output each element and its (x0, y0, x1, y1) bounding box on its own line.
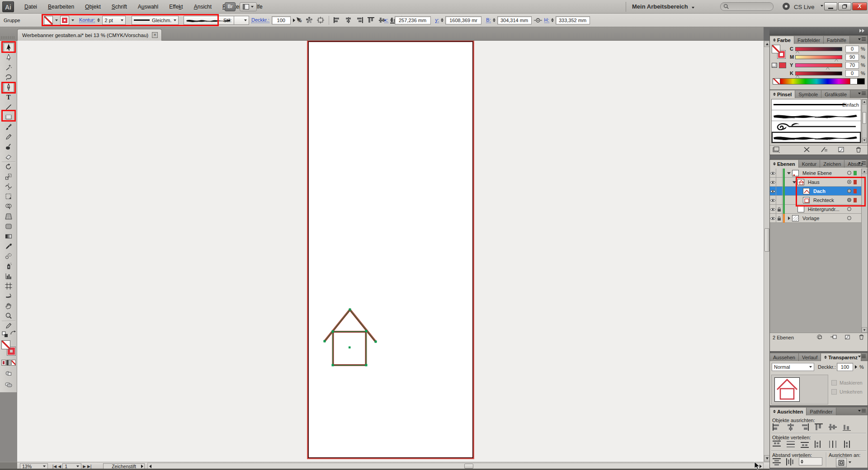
distribute-middle-v-button[interactable] (786, 440, 796, 448)
tab-grafikstile[interactable]: Grafikstile (821, 90, 850, 98)
fill-swatch[interactable] (1, 340, 10, 349)
stroke-options-icon[interactable] (821, 146, 828, 154)
channel-value-field[interactable]: 90 (845, 54, 859, 61)
menu-ansicht[interactable]: Ansicht (189, 2, 216, 12)
align-center-h-button[interactable] (344, 16, 353, 24)
blend-mode-select[interactable]: Normal (772, 363, 814, 371)
distribute-top-button[interactable] (772, 440, 782, 448)
tab-transparenz[interactable]: Transparenz (821, 353, 861, 361)
selection-tool[interactable] (3, 42, 14, 52)
layer-thumbnail[interactable] (803, 187, 810, 196)
horizontal-scroll-thumb[interactable] (464, 464, 473, 469)
new-brush-icon[interactable] (838, 146, 845, 154)
panel-menu-icon[interactable] (858, 409, 866, 412)
chevron-down-icon[interactable] (849, 461, 851, 463)
width-field[interactable]: 304,314 mm (497, 16, 532, 24)
width-link[interactable]: B: (486, 17, 491, 23)
paintbrush-tool[interactable] (3, 122, 14, 132)
next-artboard-icon[interactable]: ▶ (83, 464, 86, 469)
tab-zeichen[interactable]: Zeichen (820, 160, 844, 168)
fill-color-swatch[interactable] (60, 16, 69, 25)
none-button[interactable] (11, 360, 16, 366)
type-tool[interactable]: T (3, 92, 14, 102)
column-graph-tool[interactable] (3, 271, 14, 281)
visibility-toggle[interactable] (770, 178, 776, 187)
new-sublayer-icon[interactable] (830, 334, 837, 341)
slider-popup-icon[interactable] (855, 365, 857, 369)
disclosure-toggle[interactable] (786, 214, 792, 223)
eraser-tool[interactable] (3, 152, 14, 162)
umkehren-checkbox[interactable] (831, 389, 837, 395)
y-stepper[interactable] (441, 18, 443, 22)
arrange-documents-button[interactable] (240, 2, 257, 11)
channel-slider[interactable] (795, 55, 842, 59)
object-thumbnail[interactable] (774, 377, 800, 402)
distribute-bottom-button[interactable] (800, 440, 810, 448)
height-link[interactable]: H: (544, 17, 549, 23)
channel-value-field[interactable]: 0 (845, 70, 859, 77)
pencil-tool[interactable] (3, 132, 14, 142)
dock-header[interactable] (769, 27, 868, 35)
anchor-points[interactable] (324, 309, 377, 367)
distribute-space-h-button[interactable] (786, 458, 796, 466)
fill-swatch[interactable] (772, 45, 780, 53)
brush-item[interactable] (772, 110, 861, 121)
tab-kontur[interactable]: Kontur (799, 160, 820, 168)
slice-tool[interactable] (3, 291, 14, 301)
mesh-tool[interactable] (3, 221, 14, 231)
height-stepper[interactable] (551, 18, 554, 22)
status-menu-icon[interactable] (141, 465, 143, 468)
opacity-link[interactable]: Deckkr.: (251, 17, 269, 23)
scroll-left-icon[interactable] (149, 465, 151, 468)
lock-toggle[interactable] (776, 196, 783, 205)
align-bottom-button[interactable] (842, 423, 852, 431)
target-icon[interactable] (847, 207, 851, 211)
align-top-button[interactable] (814, 423, 824, 431)
width-stepper[interactable] (493, 18, 495, 22)
distribute-center-h-button[interactable] (828, 440, 838, 448)
align-to-button[interactable] (836, 458, 847, 467)
tab-verlauf[interactable]: Verlauf (799, 353, 821, 361)
disclosure-toggle[interactable] (792, 178, 797, 187)
layer-row-haus[interactable]: Haus (770, 178, 861, 187)
swap-fill-stroke-button[interactable] (10, 330, 16, 337)
chevron-down-icon[interactable] (71, 19, 74, 21)
vertical-scroll-thumb[interactable] (764, 228, 769, 252)
brush-libraries-icon[interactable] (773, 146, 780, 154)
menu-objekt[interactable]: Objekt (80, 2, 105, 12)
layer-name[interactable]: Rechteck (813, 196, 834, 205)
align-center-h-button[interactable] (786, 423, 796, 431)
restore-button[interactable] (838, 2, 851, 10)
opacity-field[interactable]: 100 (837, 363, 853, 371)
close-button[interactable]: X (852, 2, 867, 10)
channel-slider[interactable] (795, 71, 842, 75)
channel-slider[interactable] (795, 47, 842, 51)
search-input[interactable] (720, 2, 774, 11)
magic-wand-tool[interactable] (3, 62, 14, 72)
drawing-modes-button[interactable] (3, 369, 14, 378)
layer-thumbnail[interactable] (792, 169, 799, 178)
channel-value-field[interactable]: 70 (845, 62, 859, 69)
minimize-button[interactable] (824, 2, 837, 10)
target-icon[interactable] (847, 216, 851, 220)
tab-pathfinder[interactable]: Pathfinder (807, 408, 836, 415)
layer-name[interactable]: Hintergrundr... (808, 205, 840, 214)
recolor-artwork-button[interactable] (305, 16, 314, 24)
scale-tool[interactable] (3, 172, 14, 182)
color-button[interactable] (1, 360, 6, 366)
layer-thumbnail[interactable] (797, 205, 804, 214)
layer-row-meine-ebene[interactable]: Meine Ebene (770, 169, 861, 178)
tab-pinsel[interactable]: Pinsel (770, 90, 795, 98)
first-artboard-icon[interactable]: |◀ (52, 464, 57, 469)
document-tab[interactable]: Werbebanner gestalten.ai* bei 13 % (CMYK… (17, 29, 162, 41)
previous-artboard-icon[interactable]: ◀ (58, 464, 61, 469)
menu-datei[interactable]: Datei (20, 2, 42, 12)
tab-aussehen[interactable]: Aussehen (770, 353, 799, 361)
distribute-space-v-button[interactable] (772, 458, 782, 466)
slider-thumb[interactable] (796, 75, 799, 78)
layer-name[interactable]: Meine Ebene (802, 169, 832, 178)
pen-tool[interactable] (3, 82, 14, 92)
blend-tool[interactable] (3, 251, 14, 261)
maskieren-checkbox[interactable] (831, 380, 837, 385)
y-field[interactable]: 1608,369 mr (445, 16, 481, 24)
